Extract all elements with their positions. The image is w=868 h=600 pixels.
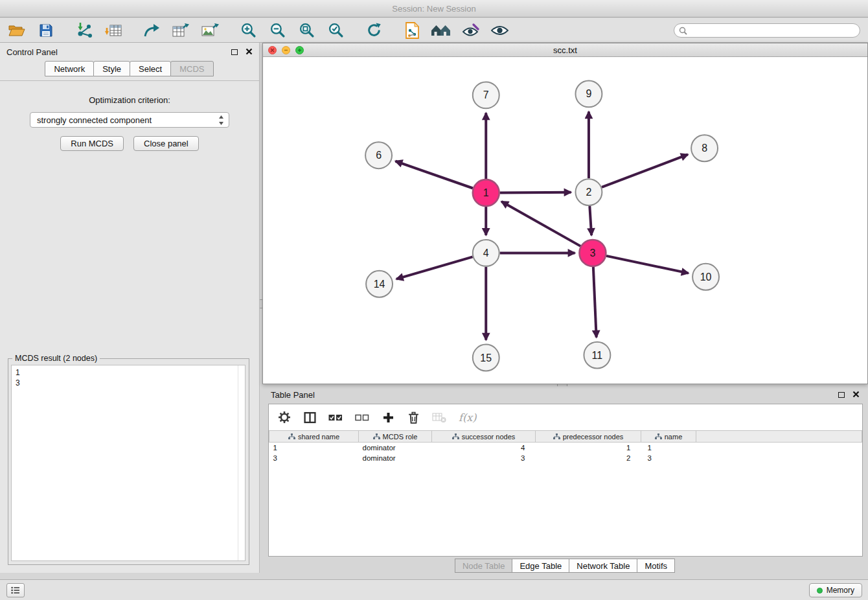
close-panel-button[interactable]: Close panel	[133, 136, 199, 151]
node-6[interactable]: 6	[365, 142, 392, 168]
table-cell[interactable]: dominator	[359, 443, 432, 453]
table-cell[interactable]: dominator	[359, 453, 432, 463]
export-table-icon[interactable]	[170, 20, 191, 41]
search-icon	[679, 26, 687, 38]
table-tab-node-table[interactable]: Node Table	[455, 559, 513, 573]
table-cell[interactable]: 1	[269, 443, 359, 453]
node-15[interactable]: 15	[473, 345, 499, 371]
zoom-in-icon[interactable]	[238, 20, 258, 41]
table-panel: Table Panel	[262, 387, 868, 574]
node-7[interactable]: 7	[473, 82, 499, 108]
node-10[interactable]: 10	[692, 264, 719, 290]
table-panel-body: f(x) shared nameMCDS rolesuccessor nodes…	[268, 404, 863, 557]
edge-2-3[interactable]	[589, 206, 591, 235]
edge-3-1[interactable]	[501, 202, 580, 246]
table-tab-motifs[interactable]: Motifs	[637, 559, 675, 573]
column-header-shared-name[interactable]: shared name	[269, 431, 359, 443]
search-input[interactable]	[674, 23, 860, 38]
table-row[interactable]: 1dominator411	[269, 443, 862, 453]
annotation-style-icon[interactable]	[460, 20, 481, 41]
node-3[interactable]: 3	[579, 240, 606, 266]
select-all-checkboxes-icon[interactable]	[328, 410, 343, 425]
edge-3-11[interactable]	[593, 267, 597, 338]
mcds-result-item[interactable]: 3	[16, 378, 241, 388]
edge-1-2[interactable]	[500, 192, 571, 193]
save-session-icon[interactable]	[36, 20, 56, 41]
open-folder-icon[interactable]	[6, 20, 27, 41]
memory-button[interactable]: Memory	[809, 583, 862, 597]
column-header-successor-nodes[interactable]: successor nodes	[432, 431, 536, 443]
add-column-icon[interactable]	[382, 410, 394, 425]
table-cell[interactable]: 1	[641, 443, 696, 453]
edge-1-6[interactable]	[395, 161, 473, 189]
import-network-icon[interactable]	[74, 20, 95, 41]
zoom-out-icon[interactable]	[267, 20, 288, 41]
export-image-icon[interactable]	[200, 20, 220, 41]
run-mcds-button[interactable]: Run MCDS	[60, 136, 124, 151]
column-header-MCDS-role[interactable]: MCDS role	[359, 431, 432, 443]
tab-mcds[interactable]: MCDS	[170, 61, 213, 76]
node-4[interactable]: 4	[473, 240, 499, 266]
network-window-titlebar[interactable]: scc.txt	[263, 43, 867, 57]
edge-4-14[interactable]	[396, 257, 473, 279]
mcds-result-group: MCDS result (2 nodes) 13	[8, 358, 249, 565]
refresh-icon[interactable]	[363, 20, 384, 41]
float-table-panel-icon[interactable]	[838, 392, 845, 398]
minimize-window-icon[interactable]	[282, 46, 290, 54]
table-cell[interactable]: 2	[536, 453, 641, 463]
column-header-name[interactable]: name	[641, 431, 696, 443]
close-window-icon[interactable]	[268, 46, 277, 54]
table-cell[interactable]: 3	[432, 453, 536, 463]
svg-text:7: 7	[483, 89, 489, 100]
close-panel-icon[interactable]	[246, 46, 253, 58]
table-row[interactable]: 3dominator323	[269, 453, 862, 463]
network-document-icon[interactable]	[402, 20, 422, 41]
table-panel-tabs: Node TableEdge TableNetwork TableMotifs	[262, 559, 868, 573]
export-network-icon[interactable]	[141, 20, 162, 41]
edge-3-10[interactable]	[606, 256, 689, 273]
dropdown-arrows-icon	[218, 115, 224, 128]
maximize-window-icon[interactable]	[295, 46, 304, 54]
table-header-row: shared nameMCDS rolesuccessor nodesprede…	[269, 431, 862, 443]
table-settings-gear-icon[interactable]	[278, 410, 291, 425]
optimization-criterion-label: Optimization criterion:	[0, 95, 259, 105]
float-panel-icon[interactable]	[231, 49, 238, 55]
column-header-predecessor-nodes[interactable]: predecessor nodes	[536, 431, 641, 443]
delete-column-trash-icon[interactable]	[407, 410, 420, 425]
mcds-result-list[interactable]: 13	[11, 365, 246, 561]
tab-style[interactable]: Style	[93, 61, 130, 76]
network-graph[interactable]: 7968124314101511	[263, 58, 867, 384]
mcds-tab-content: Optimization criterion: strongly connect…	[0, 80, 259, 573]
zoom-selected-icon[interactable]	[325, 20, 346, 41]
table-cell[interactable]: 1	[536, 443, 641, 453]
tab-network[interactable]: Network	[45, 61, 94, 76]
task-history-button[interactable]	[6, 583, 25, 597]
edge-2-8[interactable]	[602, 154, 688, 187]
zoom-fit-icon[interactable]	[296, 20, 317, 41]
table-cell[interactable]: 4	[432, 443, 536, 453]
node-1[interactable]: 1	[473, 179, 499, 206]
node-9[interactable]: 9	[575, 80, 602, 107]
node-14[interactable]: 14	[366, 271, 393, 297]
first-neighbors-icon[interactable]	[431, 20, 451, 41]
table-tab-network-table[interactable]: Network Table	[569, 559, 637, 573]
show-columns-icon[interactable]	[303, 410, 316, 425]
node-11[interactable]: 11	[584, 342, 610, 369]
import-table-icon[interactable]	[103, 20, 124, 41]
node-2[interactable]: 2	[575, 179, 602, 205]
deselect-all-checkboxes-icon[interactable]	[355, 410, 369, 425]
svg-text:4: 4	[483, 248, 489, 259]
table-cell[interactable]: 3	[641, 453, 696, 463]
table-tab-edge-table[interactable]: Edge Table	[512, 559, 569, 573]
tab-select[interactable]: Select	[130, 61, 171, 76]
mcds-result-item[interactable]: 1	[16, 367, 241, 378]
table-cell[interactable]: 3	[269, 453, 359, 463]
svg-text:8: 8	[702, 143, 707, 154]
eye-icon[interactable]	[489, 20, 510, 41]
criterion-dropdown[interactable]: strongly connected component	[30, 112, 229, 128]
result-scrollbar-track[interactable]	[238, 365, 238, 560]
close-table-panel-icon[interactable]	[852, 389, 860, 400]
network-canvas[interactable]: 7968124314101511	[263, 58, 867, 384]
node-8[interactable]: 8	[691, 135, 718, 161]
export-tool-group	[141, 20, 220, 41]
